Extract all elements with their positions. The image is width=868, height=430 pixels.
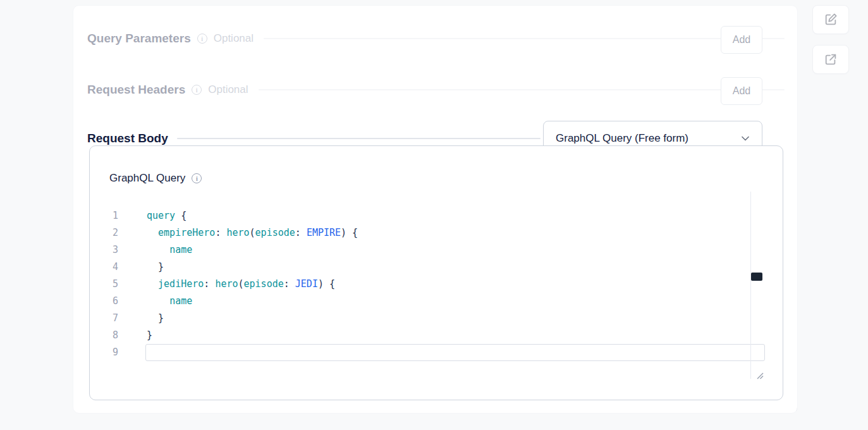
divider	[264, 38, 785, 39]
code-token-punct: }	[147, 261, 164, 273]
code-line[interactable]: name	[147, 293, 749, 310]
code-token-punct	[147, 278, 158, 290]
graphql-editor-container: GraphQL Query 123456789 query { empireHe…	[89, 145, 783, 400]
gutter-line-number: 1	[90, 207, 125, 224]
api-settings-card: Query Parameters Optional Add Request He…	[73, 5, 798, 414]
code-token-punct: :	[204, 278, 215, 290]
code-token-punct: :	[284, 278, 295, 290]
code-token-punct: :	[295, 227, 307, 238]
code-token-punct: (	[238, 278, 244, 290]
code-token-punct: {	[175, 210, 186, 221]
graphql-editor-label-row: GraphQL Query	[109, 172, 202, 185]
divider	[259, 89, 785, 90]
external-link-icon	[824, 52, 838, 66]
gutter-line-number: 8	[90, 327, 125, 344]
code-line[interactable]: }	[147, 327, 749, 344]
editor-code-lines[interactable]: query { empireHero: hero(episode: EMPIRE…	[147, 207, 749, 361]
editor-scrollbar-track	[750, 192, 751, 379]
info-icon[interactable]	[192, 173, 202, 183]
query-parameters-add-button[interactable]: Add	[721, 26, 762, 54]
editor-gutter: 123456789	[90, 207, 125, 361]
edit-button[interactable]	[812, 5, 849, 34]
request-headers-add-button[interactable]: Add	[721, 77, 762, 105]
code-token-punct: (	[250, 227, 255, 238]
info-icon[interactable]	[192, 85, 202, 95]
edit-icon	[824, 13, 838, 27]
chevron-down-icon	[739, 132, 752, 145]
divider	[177, 138, 541, 139]
code-token-keyword: query	[147, 210, 175, 221]
code-token-punct: ) {	[318, 278, 335, 290]
page: Query Parameters Optional Add Request He…	[0, 0, 868, 430]
code-token-field: name	[169, 244, 192, 255]
code-line[interactable]: }	[147, 259, 749, 276]
body-type-selected-value: GraphQL Query (Free form)	[556, 132, 739, 145]
code-line[interactable]: jediHero: hero(episode: JEDI) {	[147, 276, 749, 293]
code-token-enum: JEDI	[295, 278, 318, 290]
graphql-query-label: GraphQL Query	[109, 172, 185, 185]
code-token-punct	[147, 244, 169, 255]
gutter-line-number: 5	[90, 276, 125, 293]
gutter-line-number: 7	[90, 310, 125, 327]
gutter-line-number: 2	[90, 224, 125, 242]
editor-scrollbar-thumb[interactable]	[751, 273, 762, 281]
open-in-new-tab-button[interactable]	[812, 45, 849, 74]
request-body-title: Request Body	[87, 132, 168, 145]
request-headers-section: Request Headers Optional	[87, 76, 785, 104]
info-icon[interactable]	[197, 34, 207, 44]
code-token-punct	[147, 295, 169, 307]
code-token-punct: }	[147, 312, 164, 324]
code-line[interactable]: query {	[147, 207, 749, 224]
gutter-line-number: 9	[90, 344, 125, 361]
code-token-arg: episode	[255, 227, 295, 238]
code-token-punct: :	[215, 227, 226, 238]
code-line[interactable]: }	[147, 310, 749, 327]
side-toolbar	[812, 5, 849, 74]
code-token-enum: EMPIRE	[307, 227, 341, 238]
code-token-punct	[147, 227, 158, 238]
request-headers-title: Request Headers	[87, 83, 185, 97]
gutter-line-number: 3	[90, 242, 125, 259]
code-token-field: name	[169, 295, 192, 307]
query-parameters-title: Query Parameters	[87, 32, 191, 46]
gutter-line-number: 4	[90, 259, 125, 276]
code-token-arg: episode	[244, 278, 284, 290]
code-token-field: jediHero	[158, 278, 204, 290]
code-token-punct: }	[147, 329, 152, 341]
optional-label: Optional	[208, 83, 248, 96]
query-parameters-section: Query Parameters Optional	[87, 25, 785, 52]
code-token-field: empireHero	[158, 227, 215, 238]
code-line[interactable]	[147, 344, 749, 361]
optional-label: Optional	[214, 32, 254, 45]
code-line[interactable]: empireHero: hero(episode: EMPIRE) {	[147, 224, 749, 242]
resize-grip-icon[interactable]	[756, 372, 764, 379]
code-token-field: hero	[226, 227, 249, 238]
code-token-punct: ) {	[341, 227, 358, 238]
code-line[interactable]: name	[147, 242, 749, 259]
gutter-line-number: 6	[90, 293, 125, 310]
code-token-field: hero	[215, 278, 238, 290]
